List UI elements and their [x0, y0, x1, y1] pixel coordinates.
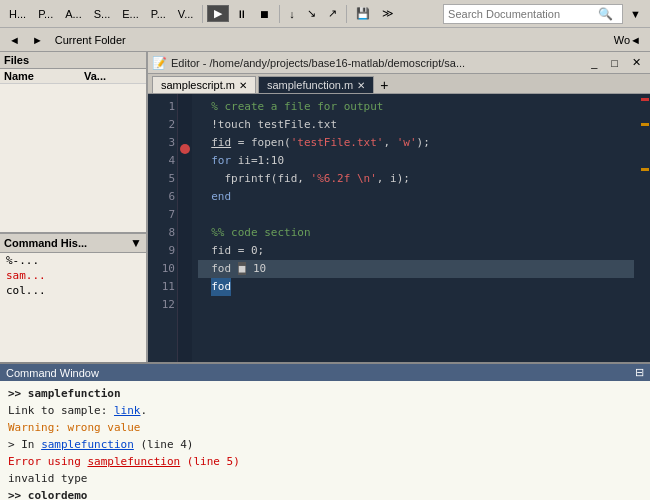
sep1 [202, 5, 203, 23]
tab-add-button[interactable]: + [376, 77, 392, 93]
code-line-8: %% code section [198, 224, 634, 242]
search-icon: 🔍 [598, 7, 613, 21]
cmd-line-5: Error using samplefunction (line 5) [8, 453, 642, 470]
main-toolbar: H... P... A... S... E... P... V... ▶ ⏸ ⏹… [0, 0, 650, 28]
cmd-link-samplefunction1[interactable]: samplefunction [41, 438, 134, 451]
code-line-1: % create a file for output [198, 98, 634, 116]
editor-controls: _ □ ✕ [586, 54, 646, 71]
search-input[interactable] [448, 8, 598, 20]
code-line-6: end [198, 188, 634, 206]
editor-minimize[interactable]: _ [586, 54, 602, 71]
nav-back-btn[interactable]: ◄ [4, 32, 25, 48]
editor-title-left: 📝 Editor - /home/andy/projects/base16-ma… [152, 56, 465, 70]
save-button[interactable]: 💾 [351, 5, 375, 22]
nav-fwd-btn[interactable]: ► [27, 32, 48, 48]
menu-v[interactable]: V... [173, 6, 199, 22]
editor-panel: 📝 Editor - /home/andy/projects/base16-ma… [148, 52, 650, 362]
secondary-toolbar: ◄ ► Current Folder Wo◄ [0, 28, 650, 52]
tab-samplescript[interactable]: samplescript.m ✕ [152, 76, 256, 93]
stop-button[interactable]: ⏹ [254, 6, 275, 22]
pause-button[interactable]: ⏸ [231, 6, 252, 22]
cmd-window-title: Command Window [6, 367, 99, 379]
code-line-5: fprintf(fid, '%6.2f \n', i); [198, 170, 634, 188]
tab-samplefunction[interactable]: samplefunction.m ✕ [258, 76, 374, 93]
val-col-header: Va... [84, 70, 106, 82]
code-line-2: !touch testFile.txt [198, 116, 634, 134]
cmd-link-samplefunction2[interactable]: samplefunction [87, 455, 180, 468]
editor-title: Editor - /home/andy/projects/base16-matl… [171, 57, 465, 69]
step-out-button[interactable]: ↗ [323, 5, 342, 22]
menu-p1[interactable]: P... [33, 6, 58, 22]
cmd-history-header: Command His... ▼ [0, 234, 146, 253]
scroll-mark-1 [641, 98, 649, 101]
code-line-7 [198, 206, 634, 224]
editor-scrollbar[interactable] [640, 94, 650, 362]
cmd-history-item[interactable]: %-... [0, 253, 146, 268]
filter-button[interactable]: ▼ [625, 6, 646, 22]
code-line-12 [198, 296, 634, 314]
file-list-header: Name Va... [0, 69, 146, 84]
code-line-10: fod ■ 10 [198, 260, 634, 278]
tab-label-samplefunction: samplefunction.m [267, 79, 353, 91]
sep2 [279, 5, 280, 23]
cmd-window-content[interactable]: >> samplefunction Link to sample: link. … [0, 381, 650, 500]
name-col-header: Name [4, 70, 84, 82]
cmd-window: Command Window ⊟ >> samplefunction Link … [0, 362, 650, 500]
cmd-line-2: Link to sample: link. [8, 402, 642, 419]
cmd-history-title: Command His... [4, 237, 87, 249]
current-folder-label: Current Folder [50, 32, 131, 48]
more-button[interactable]: ≫ [377, 5, 399, 22]
code-line-3: fid = fopen('testFile.txt', 'w'); [198, 134, 634, 152]
breakpoint-column [178, 94, 192, 362]
workspace-toggle[interactable]: Wo◄ [609, 32, 646, 48]
step-button[interactable]: ↓ [284, 6, 300, 22]
left-panel: Files Name Va... Command His... ▼ %-... … [0, 52, 148, 362]
file-browser-title: Files [4, 54, 29, 66]
code-line-4: for ii=1:10 [198, 152, 634, 170]
editor-close[interactable]: ✕ [627, 54, 646, 71]
breakpoint-marker [180, 144, 190, 154]
scroll-mark-2 [641, 123, 649, 126]
tab-close-samplefunction[interactable]: ✕ [357, 80, 365, 91]
menu-a[interactable]: A... [60, 6, 87, 22]
cmd-line-4: > In samplefunction (line 4) [8, 436, 642, 453]
cmd-line-3: Warning: wrong value [8, 419, 642, 436]
editor-titlebar: 📝 Editor - /home/andy/projects/base16-ma… [148, 52, 650, 74]
cmd-history-expand[interactable]: ▼ [130, 236, 142, 250]
code-line-9: fid = 0; [198, 242, 634, 260]
line-numbers: 123456 789101112 [148, 94, 178, 362]
sep3 [346, 5, 347, 23]
editor-tabs: samplescript.m ✕ samplefunction.m ✕ + [148, 74, 650, 94]
main-area: Files Name Va... Command His... ▼ %-... … [0, 52, 650, 362]
file-browser: Files Name Va... [0, 52, 146, 232]
cmd-history-item-error[interactable]: sam... [0, 268, 146, 283]
file-browser-header: Files [0, 52, 146, 69]
run-button[interactable]: ▶ [207, 5, 229, 22]
scroll-mark-3 [641, 168, 649, 171]
tab-close-samplescript[interactable]: ✕ [239, 80, 247, 91]
code-content[interactable]: % create a file for output !touch testFi… [192, 94, 640, 362]
cmd-line-6: invalid type [8, 470, 642, 487]
code-area: 123456 789101112 % create a file for out… [148, 94, 650, 362]
editor-icon: 📝 [152, 56, 167, 70]
cmd-window-header: Command Window ⊟ [0, 364, 650, 381]
step-in-button[interactable]: ↘ [302, 5, 321, 22]
tab-label-samplescript: samplescript.m [161, 79, 235, 91]
cmd-window-expand[interactable]: ⊟ [635, 366, 644, 379]
editor-maximize[interactable]: □ [606, 54, 623, 71]
code-line-11: fod [198, 278, 634, 296]
cmd-line-1: >> samplefunction [8, 385, 642, 402]
menu-p2[interactable]: P... [146, 6, 171, 22]
search-box: 🔍 [443, 4, 623, 24]
cmd-history-panel: Command His... ▼ %-... sam... col... [0, 232, 146, 362]
menu-h[interactable]: H... [4, 6, 31, 22]
cmd-link-sample[interactable]: link [114, 404, 141, 417]
menu-e[interactable]: E... [117, 6, 144, 22]
cmd-line-7: >> colordemo [8, 487, 642, 500]
menu-s[interactable]: S... [89, 6, 116, 22]
cmd-history-item2[interactable]: col... [0, 283, 146, 298]
